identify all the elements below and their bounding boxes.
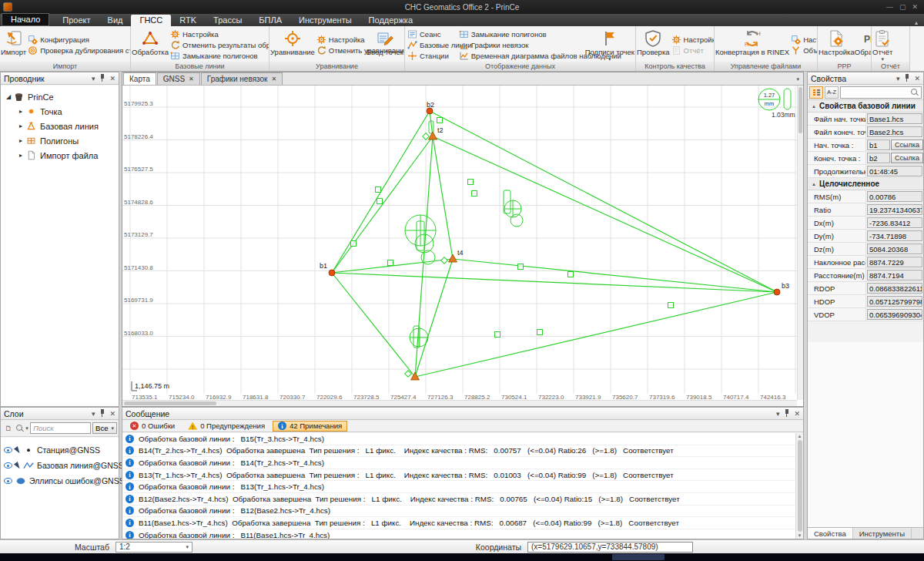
- ribbon-item-undo[interactable]: Отменить уравнивание: [316, 45, 367, 55]
- property-value[interactable]: 19.2374134063721: [867, 204, 922, 215]
- baseline-t3-b3[interactable]: [415, 292, 777, 377]
- close-icon[interactable]: ✕: [912, 3, 918, 11]
- collapse-icon[interactable]: ▸: [16, 123, 25, 129]
- tree-item-3[interactable]: ▸Полигоны: [4, 133, 119, 148]
- close-icon[interactable]: ✕: [109, 75, 116, 82]
- filter-error[interactable]: ✕0 Ошибки: [125, 421, 180, 432]
- property-value[interactable]: 5084.20368: [867, 244, 922, 254]
- doc-tab-3[interactable]: Графики невязок✕: [201, 72, 283, 85]
- property-value[interactable]: -7236.83412: [867, 217, 922, 228]
- tree-item-4[interactable]: ▸Импорт файла: [4, 148, 119, 163]
- ribbon-button-import[interactable]: Импорт: [1, 28, 26, 61]
- ribbon-item-gear[interactable]: Настройка: [671, 34, 713, 45]
- layer-search-button[interactable]: ▾: [16, 422, 28, 435]
- survey-point-b3[interactable]: [774, 289, 780, 295]
- property-value[interactable]: 0.00786: [867, 191, 922, 202]
- ribbon-item-gear[interactable]: Настройка: [170, 29, 268, 39]
- survey-point-t4[interactable]: [449, 254, 457, 262]
- baseline-b1-b3[interactable]: [332, 273, 777, 292]
- close-icon[interactable]: ✕: [794, 410, 800, 418]
- filter-warning[interactable]: !0 Предупреждения: [182, 421, 270, 432]
- message-row-6[interactable]: iB12(Base2.hcs->Tr_4.hcs) Обработка заве…: [122, 493, 795, 506]
- collapse-icon[interactable]: ▸: [16, 152, 25, 159]
- ribbon-item-chart[interactable]: Графики невязок: [459, 39, 585, 50]
- ribbon-item-config[interactable]: Настройка: [791, 34, 816, 45]
- layer-row-3[interactable]: Эллипсы ошибок@GNSS: [4, 473, 119, 489]
- visibility-eye-icon[interactable]: [4, 462, 12, 469]
- scroll-down-icon[interactable]: ▼: [798, 533, 802, 538]
- property-section-header[interactable]: ▲Свойства базовой линии: [808, 100, 923, 113]
- property-value[interactable]: 0.05712579979897: [867, 296, 922, 307]
- tree-item-1[interactable]: ▸Точка: [4, 104, 119, 119]
- message-row-5[interactable]: iОбработка базовой линии : B13(Tr_1.hcs-…: [122, 481, 795, 493]
- baseline-t2-t4[interactable]: [433, 136, 453, 259]
- message-row-8[interactable]: iB11(Base1.hcs->Tr_4.hcs) Обработка заве…: [122, 517, 795, 529]
- ribbon-item-gear[interactable]: Настройка: [316, 34, 367, 45]
- baseline-t2-b1[interactable]: [332, 136, 433, 273]
- bottom-tab-1[interactable]: Свойства: [808, 528, 853, 539]
- tree-root[interactable]: ◢PrinCe: [4, 89, 119, 104]
- close-icon[interactable]: ✕: [914, 75, 920, 82]
- menu-tab-7[interactable]: БПЛА: [250, 15, 290, 26]
- menu-tab-3[interactable]: Вид: [99, 15, 132, 26]
- ribbon-button-clipboard[interactable]: Отчёт▾: [872, 28, 892, 61]
- ribbon-button-geardoc[interactable]: Настройка: [819, 28, 855, 61]
- message-row-3[interactable]: iОбработка базовой линии : B14(Tr_2.hcs-…: [122, 457, 795, 469]
- doc-tab-1[interactable]: Карта: [123, 72, 156, 85]
- messages-vertical-scrollbar[interactable]: ▲ ▼: [795, 433, 803, 539]
- link-button[interactable]: Ссылка: [891, 139, 923, 150]
- ribbon-item-timechart[interactable]: Временная диаграмма файлов наблюдений: [459, 50, 585, 61]
- survey-point-b2[interactable]: [427, 108, 433, 114]
- property-value[interactable]: 8874.7229: [867, 257, 922, 267]
- close-tab-icon[interactable]: ✕: [189, 76, 194, 82]
- ribbon-button-flag[interactable]: Подписи точек▾: [585, 28, 634, 61]
- alphabetical-view-button[interactable]: A-Z: [825, 86, 839, 99]
- ribbon-collapse-icon[interactable]: ▴: [915, 19, 924, 26]
- link-button[interactable]: Ссылка: [891, 153, 923, 163]
- panel-menu-icon[interactable]: ▾: [776, 410, 780, 418]
- ribbon-item-session[interactable]: Сеанс: [407, 29, 457, 39]
- visibility-eye-icon[interactable]: [4, 447, 12, 453]
- menu-tab-8[interactable]: Инструменты: [290, 15, 360, 26]
- ribbon-button-adjust[interactable]: Уравнивание: [270, 28, 315, 61]
- property-value[interactable]: 8874.7194: [867, 270, 922, 280]
- ribbon-item-dup[interactable]: Проверка дублирования станций: [28, 45, 129, 55]
- properties-search[interactable]: [840, 86, 922, 99]
- menu-tab-5[interactable]: RTK: [171, 15, 205, 26]
- survey-point-b1[interactable]: [329, 270, 335, 276]
- property-value[interactable]: 01:48:45: [867, 166, 922, 176]
- property-value[interactable]: Base2.hcs: [867, 126, 922, 137]
- menu-tab-2[interactable]: Проект: [54, 15, 99, 26]
- ribbon-item-baseline[interactable]: Базовые линии: [407, 39, 457, 50]
- ribbon-item-undo[interactable]: Отменить результаты обработки: [170, 39, 268, 50]
- map-horizontal-scrollbar[interactable]: [122, 400, 797, 406]
- menu-tab-6[interactable]: Трассы: [205, 15, 250, 26]
- message-row-2[interactable]: iB14(Tr_2.hcs->Tr_4.hcs) Обработка завер…: [122, 445, 795, 458]
- property-value[interactable]: -734.71898: [867, 230, 922, 241]
- visibility-eye-icon[interactable]: [4, 478, 12, 484]
- scroll-up-icon[interactable]: ▲: [798, 434, 802, 438]
- map-canvas[interactable]: 713535.1715234.0716932.9718631.8720330.7…: [122, 86, 797, 400]
- close-icon[interactable]: ✕: [109, 410, 116, 418]
- panel-menu-icon[interactable]: ▾: [92, 410, 95, 418]
- menu-tab-4[interactable]: ГНСС: [131, 15, 171, 26]
- property-value[interactable]: Base1.hcs: [867, 113, 922, 124]
- pin-icon[interactable]: [99, 409, 105, 418]
- map-vertical-scrollbar[interactable]: [797, 86, 803, 400]
- ribbon-item-polyclose[interactable]: Замыкание полигонов: [459, 29, 585, 39]
- message-row-9[interactable]: iОбработка базовой линии : B11(Base1.hcs…: [122, 529, 795, 539]
- scale-select[interactable]: 1:2▾: [116, 542, 192, 553]
- ribbon-button-inputpts[interactable]: Ввод точек: [367, 28, 403, 61]
- tree-item-2[interactable]: ▸Базовая линия: [4, 119, 119, 133]
- ribbon-item-polyclose[interactable]: Замыкание полигонов: [170, 50, 268, 61]
- pin-icon[interactable]: [784, 409, 789, 418]
- collapse-icon[interactable]: ▸: [16, 108, 25, 115]
- ribbon-button-process[interactable]: Обработка: [132, 28, 169, 61]
- maximize-icon[interactable]: ▢: [899, 3, 906, 11]
- ribbon-button-shield[interactable]: Проверка: [637, 28, 670, 61]
- properties-search-input[interactable]: [843, 89, 911, 96]
- property-section-header[interactable]: ▲Целочисленное: [808, 178, 923, 190]
- property-value[interactable]: b2: [867, 153, 890, 163]
- baseline-b2-b3[interactable]: [430, 111, 777, 292]
- ribbon-item-station[interactable]: Станции: [407, 50, 457, 61]
